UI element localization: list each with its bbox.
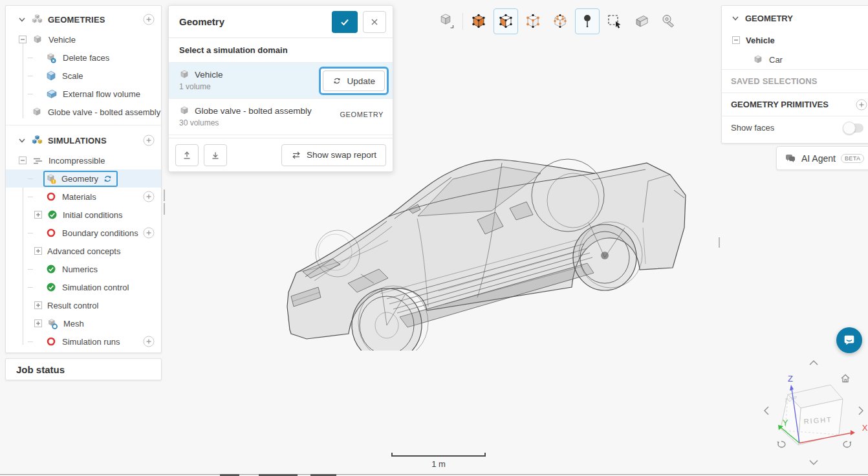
saved-selections-label: SAVED SELECTIONS [731,76,818,86]
tree-item-delete-faces[interactable]: Delete faces [6,49,161,67]
add-boundary-condition-button[interactable] [143,227,155,239]
dialog-subtitle: Select a simulation domain [169,38,393,63]
domain-row-vehicle[interactable]: Vehicle 1 volume Update [169,63,393,99]
tree-item-label: External flow volume [63,89,140,99]
tool-select-vertex[interactable] [521,8,545,34]
tree-item-incompressible[interactable]: Incompressible [6,151,161,169]
tree-item-globe-valve[interactable]: Globe valve - bolted assembly [6,103,161,121]
tree-item-external-flow-volume[interactable]: External flow volume [6,85,161,103]
check-icon [339,16,351,28]
geometries-header[interactable]: GEOMETRIES [6,8,161,30]
tree-item-scale[interactable]: Scale [6,67,161,85]
add-simulation-button[interactable] [143,135,155,146]
axis-x-label: X [862,423,868,433]
collapse-icon[interactable] [19,36,27,43]
update-button[interactable]: Update [323,70,385,91]
saved-selections-header[interactable]: SAVED SELECTIONS [722,69,868,92]
incomplete-icon [46,191,56,202]
select-edge-icon [552,13,569,30]
tree-item-result-control[interactable]: Result control [6,296,161,314]
geometry-primitives-header[interactable]: GEOMETRY PRIMITIVES [722,92,868,116]
select-face-icon [497,13,514,30]
confirm-button[interactable] [332,11,358,33]
tree-item-mesh[interactable]: Mesh [6,314,161,332]
tree-item-materials[interactable]: Materials [6,188,161,206]
domain-row-globe-valve[interactable]: Globe valve - bolted assembly 30 volumes… [169,99,393,135]
incomplete-icon [46,228,56,238]
import-button[interactable] [204,144,227,166]
expand-icon[interactable] [34,211,42,219]
ai-agent-button[interactable]: AI Agent BETA [776,146,868,170]
add-primitive-button[interactable] [856,99,867,111]
show-faces-toggle[interactable] [844,124,863,133]
simulations-icon [32,135,43,146]
tree-item-label: Simulation runs [62,337,120,347]
incomplete-icon [46,336,56,347]
car-wireframe-model[interactable] [283,144,697,351]
chevron-down-icon [17,136,27,145]
tree-item-car[interactable]: Car [722,50,868,69]
simulations-title: SIMULATIONS [48,136,107,146]
home-icon[interactable] [840,373,851,384]
tree-item-vehicle[interactable]: Vehicle [6,30,161,49]
tree-item-simulation-control[interactable]: Simulation control [6,278,161,296]
add-material-button[interactable] [143,191,155,202]
chevron-down-icon [17,15,27,24]
tree-item-advanced-concepts[interactable]: Advanced concepts [6,242,161,260]
tree-item-numerics[interactable]: Numerics [6,260,161,278]
tree-item-simulation-runs[interactable]: Simulation runs [6,332,161,351]
scale-icon [46,70,56,81]
rotate-ccw-icon[interactable] [775,438,788,451]
dialog-header: Geometry [169,6,393,38]
geometry-panel-header[interactable]: GEOMETRY [722,6,868,30]
tool-probe-point[interactable] [575,8,600,34]
geometries-icon [32,14,43,25]
panel-resize-handle-right[interactable] [719,237,720,248]
simulations-header[interactable]: SIMULATIONS [6,129,161,151]
domain-name: Globe valve - bolted assembly [195,106,312,116]
tree-item-label: Vehicle [49,35,76,45]
tree-item-vehicle-right[interactable]: Vehicle [722,30,868,50]
add-simulation-run-button[interactable] [143,336,155,347]
tree-item-label: Numerics [62,265,98,274]
close-button[interactable] [363,11,386,33]
collapse-icon[interactable] [19,157,27,164]
chat-launcher-button[interactable] [836,327,862,353]
show-faces-label: Show faces [731,123,774,133]
panel-resize-handle[interactable] [164,189,168,201]
tool-measure[interactable] [656,8,681,34]
domain-name: Vehicle [195,70,223,80]
cube-icon [179,105,190,116]
tool-box-select[interactable] [602,8,627,34]
tool-clip-plane[interactable] [629,8,654,34]
tool-select-body[interactable] [466,8,491,34]
rotate-cw-icon[interactable] [841,438,854,451]
job-status-panel[interactable]: Job status [5,358,162,380]
geometry-highlight-box: Geometry [43,171,118,187]
chevron-down-icon [731,14,740,23]
collapse-icon[interactable] [732,36,740,44]
tool-select-volume[interactable] [435,8,459,34]
expand-icon[interactable] [34,247,42,255]
scale-bar: 1 m [391,453,486,469]
refresh-icon[interactable] [103,174,113,184]
dialog-title: Geometry [179,16,332,27]
cube-icon [753,54,763,65]
tree-item-label: Advanced concepts [47,246,120,256]
nav-up [810,361,818,365]
tool-select-face[interactable] [494,8,518,34]
tree-item-label: Materials [62,192,96,202]
tree-item-initial-conditions[interactable]: Initial conditions [6,206,161,224]
add-geometry-button[interactable] [143,14,155,25]
expand-icon[interactable] [34,319,42,327]
tool-select-edge[interactable] [548,8,572,34]
expand-icon[interactable] [34,301,42,309]
tree-item-boundary-conditions[interactable]: Boundary conditions [6,224,161,242]
tree-item-geometry[interactable]: Geometry [6,169,161,188]
complete-icon [46,282,56,292]
measure-icon [660,13,677,30]
tree-item-label: Geometry [61,174,98,184]
export-button[interactable] [175,144,199,166]
geometry-tag: GEOMETRY [340,111,384,118]
select-vertex-icon [525,13,541,30]
